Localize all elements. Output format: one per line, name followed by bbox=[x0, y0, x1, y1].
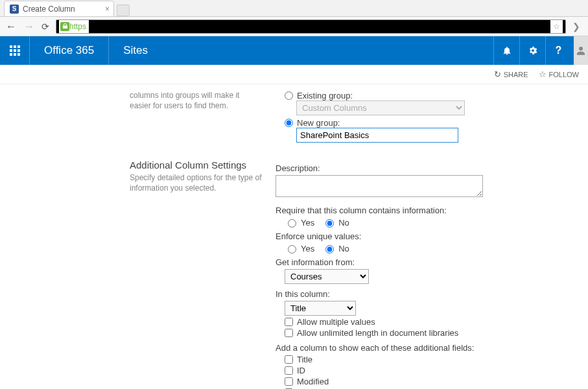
help-button[interactable]: ? bbox=[545, 36, 571, 65]
new-group-label: New group: bbox=[297, 118, 340, 128]
get-info-label: Get information from: bbox=[276, 257, 574, 267]
in-column-select[interactable]: Title bbox=[285, 301, 356, 316]
suite-brand[interactable]: Office 365 bbox=[30, 36, 109, 65]
forward-button[interactable]: → bbox=[23, 21, 35, 32]
close-tab-icon[interactable]: × bbox=[105, 5, 110, 14]
person-icon bbox=[575, 45, 587, 56]
address-bar[interactable]: https ☆ bbox=[56, 19, 566, 34]
reload-button[interactable]: ⟳ bbox=[41, 21, 49, 32]
require-no-label: No bbox=[338, 218, 349, 228]
star-icon: ☆ bbox=[539, 69, 547, 79]
group-desc-truncated: columns into groups will make it easier … bbox=[130, 91, 263, 111]
require-yes-label: Yes bbox=[301, 218, 314, 228]
back-button[interactable]: ← bbox=[5, 21, 17, 32]
browser-nav-bar: ← → ⟳ https ☆ ❯ bbox=[0, 17, 588, 36]
lock-icon bbox=[60, 22, 69, 31]
require-yes-radio[interactable] bbox=[288, 219, 296, 228]
get-info-select[interactable]: Courses bbox=[285, 269, 369, 284]
field-title-label: Title bbox=[297, 355, 312, 364]
help-icon: ? bbox=[556, 45, 562, 56]
field-id-checkbox[interactable] bbox=[285, 366, 293, 375]
extension-icon[interactable]: ❯ bbox=[572, 21, 583, 32]
description-label: Description: bbox=[276, 163, 574, 173]
app-launcher[interactable] bbox=[0, 36, 30, 65]
share-label: SHARE bbox=[504, 71, 528, 78]
waffle-icon bbox=[10, 45, 20, 56]
follow-button[interactable]: ☆ FOLLOW bbox=[539, 69, 579, 79]
existing-group-label: Existing group: bbox=[297, 91, 353, 100]
enforce-yes-radio[interactable] bbox=[288, 245, 296, 253]
enforce-yes-label: Yes bbox=[301, 244, 314, 253]
tab-title: Create Column bbox=[23, 5, 75, 14]
enforce-no-radio[interactable] bbox=[325, 245, 334, 253]
follow-label: FOLLOW bbox=[549, 71, 579, 78]
browser-tab-strip: S Create Column × bbox=[0, 0, 588, 17]
allow-unlimited-label: Allow unlimited length in document libra… bbox=[297, 328, 458, 338]
tab-favicon: S bbox=[10, 5, 19, 14]
browser-tab[interactable]: S Create Column × bbox=[4, 1, 114, 16]
bookmark-star-icon[interactable]: ☆ bbox=[550, 20, 563, 33]
page-actions-bar: ↻ SHARE ☆ FOLLOW bbox=[0, 65, 588, 84]
new-tab-button[interactable] bbox=[117, 5, 130, 16]
page-content: columns into groups will make it easier … bbox=[0, 91, 588, 389]
description-textarea[interactable] bbox=[276, 175, 483, 197]
require-label: Require that this column contains inform… bbox=[276, 206, 574, 215]
existing-group-select[interactable]: Custom Columns bbox=[296, 100, 465, 115]
additional-fields-list: Title ID Modified Created Version bbox=[276, 355, 574, 389]
field-modified-checkbox[interactable] bbox=[285, 377, 293, 386]
settings-title: Additional Column Settings bbox=[130, 159, 263, 171]
user-avatar[interactable] bbox=[574, 36, 588, 65]
suite-bar: Office 365 Sites ? bbox=[0, 36, 588, 65]
group-section: columns into groups will make it easier … bbox=[130, 91, 575, 143]
share-icon: ↻ bbox=[494, 69, 501, 79]
new-group-input[interactable] bbox=[296, 128, 458, 143]
allow-multi-checkbox[interactable] bbox=[285, 318, 293, 326]
field-id-label: ID bbox=[297, 366, 305, 375]
settings-desc: Specify detailed options for the type of… bbox=[130, 173, 263, 193]
require-no-radio[interactable] bbox=[325, 219, 334, 228]
add-fields-label: Add a column to show each of these addit… bbox=[276, 343, 574, 353]
existing-group-radio[interactable] bbox=[285, 91, 293, 100]
enforce-no-label: No bbox=[338, 244, 349, 253]
additional-settings-section: Additional Column Settings Specify detai… bbox=[130, 159, 575, 389]
url-scheme: https bbox=[59, 20, 89, 33]
suite-site[interactable]: Sites bbox=[109, 36, 162, 65]
allow-multi-label: Allow multiple values bbox=[297, 317, 375, 327]
enforce-label: Enforce unique values: bbox=[276, 231, 574, 241]
allow-unlimited-checkbox[interactable] bbox=[285, 329, 293, 337]
field-modified-label: Modified bbox=[297, 377, 329, 386]
settings-button[interactable] bbox=[519, 36, 545, 65]
gear-icon bbox=[528, 45, 538, 56]
bell-icon bbox=[502, 45, 512, 56]
url-prefix-text: https bbox=[69, 22, 86, 31]
new-group-radio[interactable] bbox=[285, 119, 293, 127]
share-button[interactable]: ↻ SHARE bbox=[494, 69, 528, 79]
notifications-button[interactable] bbox=[493, 36, 519, 65]
in-column-label: In this column: bbox=[276, 289, 574, 299]
field-title-checkbox[interactable] bbox=[285, 355, 293, 364]
